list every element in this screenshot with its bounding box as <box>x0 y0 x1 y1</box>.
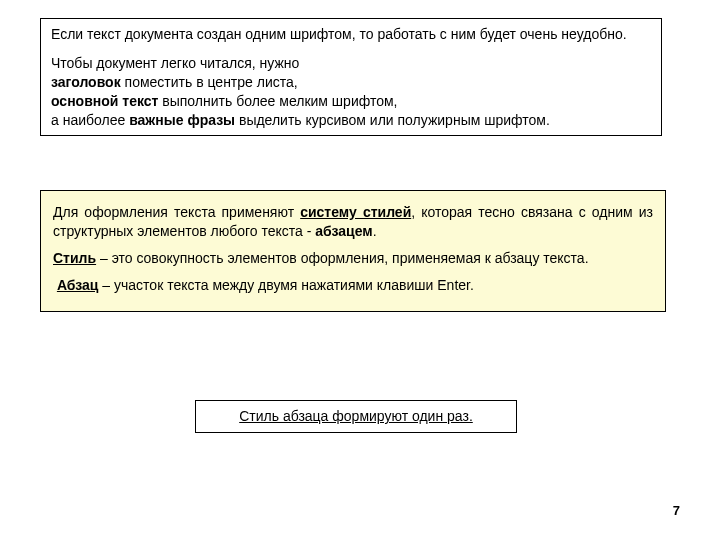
b2-p3-b: – участок текста между двумя нажатиями к… <box>98 277 473 293</box>
paragraph-def-paragraph: Абзац – участок текста между двумя нажат… <box>53 276 653 295</box>
style-def-paragraph: Стиль – это совокупность элементов оформ… <box>53 249 653 268</box>
p2-rest4: выделить курсивом или полужирным шрифтом… <box>235 112 550 128</box>
p2-bold-heading: заголовок <box>51 74 121 90</box>
p2-bold-important: важные фразы <box>129 112 235 128</box>
b2-p2-a: Стиль <box>53 250 96 266</box>
b2-p1-d: абзацем <box>315 223 372 239</box>
p2-rest2: поместить в центре листа, <box>121 74 298 90</box>
b2-p3-a: Абзац <box>57 277 99 293</box>
styles-definition-box: Для оформления текста применяют систему … <box>40 190 666 312</box>
p2-a4: а наиболее <box>51 112 129 128</box>
b2-p1-b: систему стилей <box>300 204 411 220</box>
p2-rest3: выполнить более мелким шрифтом, <box>158 93 397 109</box>
top-info-box: Если текст документа создан одним шрифто… <box>40 18 662 136</box>
p2-line1: Чтобы документ легко читался, нужно <box>51 55 299 71</box>
b2-p1-e: . <box>373 223 377 239</box>
b2-p2-b: – это совокупность элементов оформления,… <box>96 250 588 266</box>
bottom-note-box: Стиль абзаца формируют один раз. <box>195 400 517 433</box>
paragraph-1: Если текст документа создан одним шрифто… <box>51 25 651 44</box>
bottom-note-text: Стиль абзаца формируют один раз. <box>239 408 473 424</box>
p2-bold-body: основной текст <box>51 93 158 109</box>
styles-system-paragraph: Для оформления текста применяют систему … <box>53 203 653 241</box>
b2-p1-a: Для оформления текста применяют <box>53 204 300 220</box>
page-number: 7 <box>673 503 680 518</box>
paragraph-2: Чтобы документ легко читался, нужно заго… <box>51 54 651 130</box>
